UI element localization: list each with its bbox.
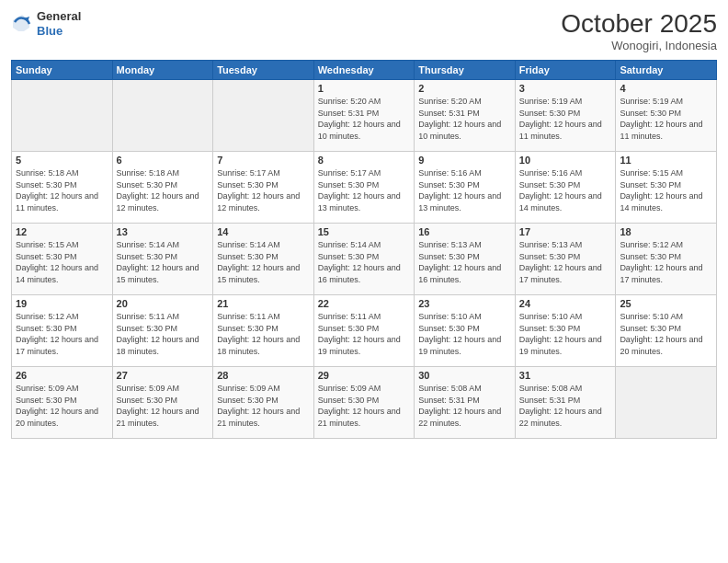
day-number: 31 xyxy=(519,370,612,381)
day-cell: 20Sunrise: 5:11 AM Sunset: 5:30 PM Dayli… xyxy=(112,295,213,367)
day-number: 9 xyxy=(418,155,511,166)
day-info: Sunrise: 5:20 AM Sunset: 5:31 PM Dayligh… xyxy=(418,96,511,142)
day-number: 1 xyxy=(318,83,411,94)
day-cell: 31Sunrise: 5:08 AM Sunset: 5:31 PM Dayli… xyxy=(515,367,616,439)
day-cell: 14Sunrise: 5:14 AM Sunset: 5:30 PM Dayli… xyxy=(213,224,314,295)
day-number: 3 xyxy=(519,83,612,94)
day-cell: 19Sunrise: 5:12 AM Sunset: 5:30 PM Dayli… xyxy=(12,295,113,367)
day-info: Sunrise: 5:10 AM Sunset: 5:30 PM Dayligh… xyxy=(519,311,612,357)
day-info: Sunrise: 5:14 AM Sunset: 5:30 PM Dayligh… xyxy=(318,239,411,285)
day-cell: 12Sunrise: 5:15 AM Sunset: 5:30 PM Dayli… xyxy=(12,224,113,295)
header: General Blue October 2025 Wonogiri, Indo… xyxy=(11,9,717,52)
day-info: Sunrise: 5:10 AM Sunset: 5:30 PM Dayligh… xyxy=(620,311,712,357)
day-cell: 29Sunrise: 5:09 AM Sunset: 5:30 PM Dayli… xyxy=(313,367,415,439)
day-cell: 2Sunrise: 5:20 AM Sunset: 5:31 PM Daylig… xyxy=(415,80,516,152)
weekday-header-tuesday: Tuesday xyxy=(213,61,314,80)
weekday-row: SundayMondayTuesdayWednesdayThursdayFrid… xyxy=(12,61,717,80)
calendar-header: SundayMondayTuesdayWednesdayThursdayFrid… xyxy=(12,61,717,80)
day-cell xyxy=(112,80,213,152)
day-number: 19 xyxy=(16,298,108,309)
day-cell xyxy=(213,80,314,152)
day-cell: 4Sunrise: 5:19 AM Sunset: 5:30 PM Daylig… xyxy=(616,80,717,152)
page-container: General Blue October 2025 Wonogiri, Indo… xyxy=(0,0,728,563)
day-number: 20 xyxy=(117,298,210,309)
day-info: Sunrise: 5:16 AM Sunset: 5:30 PM Dayligh… xyxy=(519,167,612,213)
day-info: Sunrise: 5:13 AM Sunset: 5:30 PM Dayligh… xyxy=(519,239,612,285)
day-cell: 13Sunrise: 5:14 AM Sunset: 5:30 PM Dayli… xyxy=(112,224,213,295)
day-number: 6 xyxy=(117,155,210,166)
day-cell: 7Sunrise: 5:17 AM Sunset: 5:30 PM Daylig… xyxy=(213,152,314,224)
day-info: Sunrise: 5:20 AM Sunset: 5:31 PM Dayligh… xyxy=(318,96,411,142)
day-info: Sunrise: 5:08 AM Sunset: 5:31 PM Dayligh… xyxy=(418,383,511,429)
day-info: Sunrise: 5:14 AM Sunset: 5:30 PM Dayligh… xyxy=(217,239,310,285)
day-number: 4 xyxy=(620,83,712,94)
day-cell: 5Sunrise: 5:18 AM Sunset: 5:30 PM Daylig… xyxy=(12,152,113,224)
day-number: 11 xyxy=(620,155,712,166)
day-cell: 8Sunrise: 5:17 AM Sunset: 5:30 PM Daylig… xyxy=(313,152,415,224)
day-cell: 21Sunrise: 5:11 AM Sunset: 5:30 PM Dayli… xyxy=(213,295,314,367)
logo-blue: Blue xyxy=(37,24,81,39)
day-cell: 22Sunrise: 5:11 AM Sunset: 5:30 PM Dayli… xyxy=(313,295,415,367)
day-cell xyxy=(12,80,113,152)
weekday-header-friday: Friday xyxy=(515,61,616,80)
weekday-header-wednesday: Wednesday xyxy=(313,61,415,80)
day-cell: 23Sunrise: 5:10 AM Sunset: 5:30 PM Dayli… xyxy=(415,295,516,367)
day-number: 15 xyxy=(318,226,411,237)
week-row-2: 5Sunrise: 5:18 AM Sunset: 5:30 PM Daylig… xyxy=(12,152,717,224)
day-number: 26 xyxy=(16,370,108,381)
day-info: Sunrise: 5:09 AM Sunset: 5:30 PM Dayligh… xyxy=(16,383,108,429)
day-number: 30 xyxy=(418,370,511,381)
day-info: Sunrise: 5:18 AM Sunset: 5:30 PM Dayligh… xyxy=(16,167,108,213)
calendar-body: 1Sunrise: 5:20 AM Sunset: 5:31 PM Daylig… xyxy=(12,80,717,439)
day-info: Sunrise: 5:19 AM Sunset: 5:30 PM Dayligh… xyxy=(620,96,712,142)
day-number: 14 xyxy=(217,226,310,237)
day-info: Sunrise: 5:12 AM Sunset: 5:30 PM Dayligh… xyxy=(16,311,108,357)
day-cell: 1Sunrise: 5:20 AM Sunset: 5:31 PM Daylig… xyxy=(313,80,415,152)
day-cell: 25Sunrise: 5:10 AM Sunset: 5:30 PM Dayli… xyxy=(616,295,717,367)
day-number: 29 xyxy=(318,370,411,381)
day-number: 2 xyxy=(418,83,511,94)
day-info: Sunrise: 5:15 AM Sunset: 5:30 PM Dayligh… xyxy=(16,239,108,285)
day-number: 5 xyxy=(16,155,108,166)
day-number: 10 xyxy=(519,155,612,166)
day-info: Sunrise: 5:17 AM Sunset: 5:30 PM Dayligh… xyxy=(318,167,411,213)
day-cell: 9Sunrise: 5:16 AM Sunset: 5:30 PM Daylig… xyxy=(415,152,516,224)
day-cell: 27Sunrise: 5:09 AM Sunset: 5:30 PM Dayli… xyxy=(112,367,213,439)
day-number: 12 xyxy=(16,226,108,237)
day-info: Sunrise: 5:17 AM Sunset: 5:30 PM Dayligh… xyxy=(217,167,310,213)
day-cell: 6Sunrise: 5:18 AM Sunset: 5:30 PM Daylig… xyxy=(112,152,213,224)
day-cell: 24Sunrise: 5:10 AM Sunset: 5:30 PM Dayli… xyxy=(515,295,616,367)
day-info: Sunrise: 5:19 AM Sunset: 5:30 PM Dayligh… xyxy=(519,96,612,142)
day-number: 16 xyxy=(418,226,511,237)
day-info: Sunrise: 5:15 AM Sunset: 5:30 PM Dayligh… xyxy=(620,167,712,213)
day-number: 24 xyxy=(519,298,612,309)
day-info: Sunrise: 5:11 AM Sunset: 5:30 PM Dayligh… xyxy=(217,311,310,357)
logo: General Blue xyxy=(11,9,81,38)
weekday-header-thursday: Thursday xyxy=(415,61,516,80)
day-info: Sunrise: 5:14 AM Sunset: 5:30 PM Dayligh… xyxy=(117,239,210,285)
day-info: Sunrise: 5:13 AM Sunset: 5:30 PM Dayligh… xyxy=(418,239,511,285)
day-info: Sunrise: 5:08 AM Sunset: 5:31 PM Dayligh… xyxy=(519,383,612,429)
location: Wonogiri, Indonesia xyxy=(561,39,717,52)
day-cell: 18Sunrise: 5:12 AM Sunset: 5:30 PM Dayli… xyxy=(616,224,717,295)
day-info: Sunrise: 5:11 AM Sunset: 5:30 PM Dayligh… xyxy=(318,311,411,357)
day-info: Sunrise: 5:09 AM Sunset: 5:30 PM Dayligh… xyxy=(318,383,411,429)
day-number: 28 xyxy=(217,370,310,381)
month-title: October 2025 xyxy=(561,9,717,39)
day-info: Sunrise: 5:11 AM Sunset: 5:30 PM Dayligh… xyxy=(117,311,210,357)
logo-general: General xyxy=(37,9,81,24)
weekday-header-saturday: Saturday xyxy=(616,61,717,80)
weekday-header-sunday: Sunday xyxy=(12,61,113,80)
day-number: 23 xyxy=(418,298,511,309)
day-info: Sunrise: 5:16 AM Sunset: 5:30 PM Dayligh… xyxy=(418,167,511,213)
day-cell: 28Sunrise: 5:09 AM Sunset: 5:30 PM Dayli… xyxy=(213,367,314,439)
calendar-table: SundayMondayTuesdayWednesdayThursdayFrid… xyxy=(11,60,717,439)
day-number: 17 xyxy=(519,226,612,237)
logo-text: General Blue xyxy=(37,9,81,38)
day-info: Sunrise: 5:18 AM Sunset: 5:30 PM Dayligh… xyxy=(117,167,210,213)
day-cell: 3Sunrise: 5:19 AM Sunset: 5:30 PM Daylig… xyxy=(515,80,616,152)
day-cell: 11Sunrise: 5:15 AM Sunset: 5:30 PM Dayli… xyxy=(616,152,717,224)
day-cell: 26Sunrise: 5:09 AM Sunset: 5:30 PM Dayli… xyxy=(12,367,113,439)
day-cell: 30Sunrise: 5:08 AM Sunset: 5:31 PM Dayli… xyxy=(415,367,516,439)
day-info: Sunrise: 5:09 AM Sunset: 5:30 PM Dayligh… xyxy=(117,383,210,429)
